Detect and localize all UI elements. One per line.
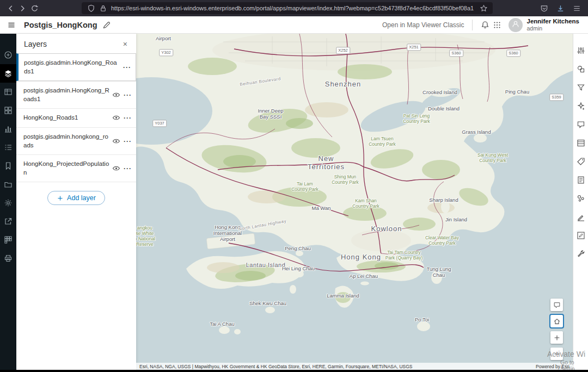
zoom-out-button[interactable]: [550, 348, 563, 360]
save-open-icon[interactable]: [0, 175, 16, 194]
layer-options-icon[interactable]: ···: [124, 114, 132, 122]
attribution-text: Esri, NASA, NGA, USGS | Mapwithyou, HK G…: [139, 364, 413, 369]
forms-icon[interactable]: [573, 171, 588, 189]
bookmark-star-icon[interactable]: [477, 2, 489, 14]
map-label: Hong Kong International Airport: [213, 224, 242, 242]
layer-label: postgis.gisadmin.HongKong_Roads1: [23, 86, 109, 103]
zoom-in-button[interactable]: [550, 331, 563, 344]
add-new-icon[interactable]: [0, 46, 16, 64]
sketch-icon[interactable]: [573, 208, 588, 226]
layer-label: postgis.gisadmin.hongkong_roads: [23, 133, 109, 150]
tables-icon[interactable]: [0, 83, 16, 101]
home-button[interactable]: [550, 315, 563, 327]
apps-icon[interactable]: [0, 231, 16, 249]
map-canvas[interactable]: AirportShenzhenBeihuan BoulevardCrooked …: [136, 34, 573, 372]
map-label: Tai A Chau: [210, 321, 234, 327]
road-shield: Y302: [159, 49, 173, 56]
legend-icon[interactable]: [0, 138, 16, 157]
road-shield: X252: [336, 47, 350, 54]
road-shield: Y037: [152, 120, 167, 127]
layers-panel: Layers × postgis.gisadmin.HongKong_Roads…: [16, 34, 136, 372]
url-text: https://esri-windows-in.esri-windows.ent…: [109, 5, 477, 11]
map-label: Lamma Island: [327, 293, 359, 299]
edit-title-icon[interactable]: [101, 19, 113, 31]
shield-icon[interactable]: [85, 2, 97, 14]
fields-icon[interactable]: [573, 134, 588, 152]
layer-options-icon[interactable]: ···: [124, 91, 132, 99]
layers-icon[interactable]: [0, 64, 16, 83]
app-launcher-icon[interactable]: [491, 19, 503, 31]
map-label: Ping Chau: [505, 89, 529, 95]
map-label: Tai Lam Country Park: [291, 181, 318, 192]
pocket-icon[interactable]: [538, 2, 550, 14]
layer-item[interactable]: postgis.gisadmin.HongKong_Roads1···: [16, 81, 136, 108]
close-panel-icon[interactable]: ×: [121, 40, 130, 48]
plus-icon: [57, 195, 64, 202]
map-label: angkou se White n National Reserve: [136, 225, 155, 247]
open-classic-link[interactable]: Open in Map Viewer Classic: [382, 21, 464, 29]
road-shield: S360: [506, 49, 520, 57]
filter-icon[interactable]: [573, 78, 588, 97]
map-label: Kowloon: [371, 225, 402, 233]
charts-icon[interactable]: [0, 120, 16, 138]
aggregation-icon[interactable]: [573, 189, 588, 208]
user-block: Jennifer Kitchens admin: [527, 18, 583, 32]
visibility-eye-icon[interactable]: [112, 164, 121, 173]
layer-list: postgis.gisadmin.HongKong_Roads1···postg…: [16, 53, 136, 182]
map-label: New Territories: [308, 154, 345, 171]
visibility-eye-icon[interactable]: [112, 114, 121, 122]
road-shield: S360: [449, 49, 463, 57]
print-icon[interactable]: [0, 249, 16, 268]
lock-icon: [97, 2, 109, 14]
forward-icon[interactable]: [16, 2, 28, 14]
properties-icon[interactable]: [573, 41, 588, 60]
map-properties-icon[interactable]: [0, 194, 16, 212]
layer-item[interactable]: HongKong_ProjectedPopulation···: [16, 154, 136, 182]
map-label: Inner Deep Bay SSSI: [258, 108, 283, 120]
styles-icon[interactable]: [573, 60, 588, 78]
edit-icon[interactable]: [573, 226, 588, 245]
map-label: Lam Tsuen Country Park: [369, 136, 396, 147]
address-bar[interactable]: https://esri-windows-in.esri-windows.ent…: [82, 2, 493, 14]
add-layer-button[interactable]: Add layer: [47, 191, 105, 205]
download-icon[interactable]: [554, 2, 566, 14]
notifications-icon[interactable]: [479, 19, 491, 31]
left-toolbar: [0, 34, 16, 372]
map-attribution: Esri, NASA, NGA, USGS | Mapwithyou, HK G…: [136, 363, 573, 370]
bookmarks-icon[interactable]: [0, 157, 16, 175]
map-label: Ma Wan: [311, 205, 330, 211]
hamburger-menu-icon[interactable]: [5, 19, 17, 31]
popup-dock-button[interactable]: [550, 299, 563, 311]
layer-options-icon[interactable]: ···: [124, 165, 132, 172]
labels-icon[interactable]: [573, 152, 588, 171]
popups-icon[interactable]: [573, 115, 588, 134]
bottom-strip: [0, 370, 588, 372]
map-label: Double Island: [428, 106, 460, 111]
map-label: Sharp Island: [429, 197, 458, 203]
layer-options-icon[interactable]: ···: [123, 64, 131, 71]
layer-item[interactable]: postgis.gisadmin.hongkong_roads···: [16, 127, 136, 154]
layer-item[interactable]: postgis.gisadmin.HongKong_Roads1···: [16, 53, 136, 81]
header-divider: [472, 20, 473, 30]
avatar[interactable]: [509, 18, 523, 32]
map-label: Shenzhen: [325, 80, 362, 88]
layer-options-icon[interactable]: ···: [124, 138, 132, 145]
map-label: Po Toi: [415, 317, 429, 323]
visibility-eye-icon[interactable]: [112, 137, 121, 146]
browser-menu-icon[interactable]: [571, 2, 583, 14]
user-name: Jennifer Kitchens: [527, 18, 580, 25]
browser-toolbar: https://esri-windows-in.esri-windows.ent…: [0, 0, 588, 16]
visibility-eye-icon[interactable]: [112, 91, 121, 100]
back-icon[interactable]: [4, 2, 16, 14]
layer-label: HongKong_ProjectedPopulation: [23, 160, 109, 177]
tools-icon[interactable]: [573, 245, 588, 263]
effects-icon[interactable]: [573, 97, 588, 115]
share-icon[interactable]: [0, 212, 16, 231]
reload-icon[interactable]: [28, 2, 40, 14]
layer-item[interactable]: HongKong_Roads1···: [16, 108, 136, 127]
map-title: Postgis_HongKong: [24, 21, 97, 29]
road-shield: S359: [549, 94, 564, 101]
add-layer-label: Add layer: [67, 194, 96, 202]
map-label: Shing Mun Country Park: [332, 174, 359, 185]
basemap-icon[interactable]: [0, 101, 16, 120]
